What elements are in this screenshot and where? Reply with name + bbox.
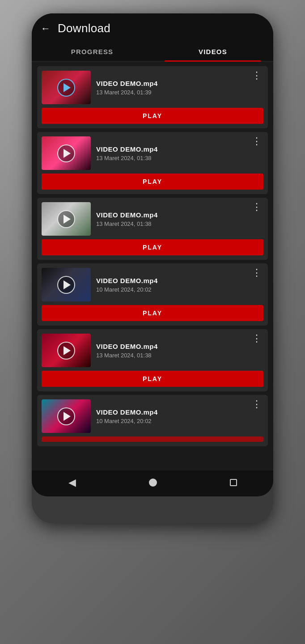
video-info: VIDEO DEMO.mp4 13 Maret 2024, 01:38	[96, 211, 245, 227]
phone-screen: ← Download PROGRESS VIDEOS VIDEO DEMO.m	[32, 13, 273, 496]
play-circle-icon	[57, 342, 75, 360]
more-options-icon[interactable]: ⋮	[250, 268, 263, 278]
video-title: VIDEO DEMO.mp4	[96, 145, 245, 153]
tab-progress[interactable]: PROGRESS	[32, 42, 152, 61]
video-card-top: VIDEO DEMO.mp4 13 Maret 2024, 01:38 ⋮	[37, 329, 268, 371]
phone-device: ← Download PROGRESS VIDEOS VIDEO DEMO.m	[32, 13, 273, 523]
list-item: VIDEO DEMO.mp4 13 Maret 2024, 01:38 ⋮ PL…	[37, 132, 268, 194]
video-list: VIDEO DEMO.mp4 13 Maret 2024, 01:39 ⋮ PL…	[32, 62, 273, 470]
play-button[interactable]: PLAY	[42, 239, 263, 255]
play-button[interactable]: PLAY	[42, 174, 263, 190]
video-info: VIDEO DEMO.mp4 10 Maret 2024, 20:02	[96, 408, 245, 424]
thumbnail	[42, 136, 91, 170]
thumbnail	[42, 399, 91, 433]
play-triangle-icon	[64, 83, 71, 92]
top-bar: ← Download	[32, 13, 273, 42]
thumbnail	[42, 334, 91, 367]
play-triangle-icon	[64, 412, 71, 421]
video-date: 10 Maret 2024, 20:02	[96, 286, 245, 293]
video-date: 10 Maret 2024, 20:02	[96, 418, 245, 424]
list-item: VIDEO DEMO.mp4 13 Maret 2024, 01:39 ⋮ PL…	[37, 66, 268, 128]
video-date: 13 Maret 2024, 01:39	[96, 89, 245, 96]
play-circle-icon	[57, 79, 75, 97]
video-card-top: VIDEO DEMO.mp4 13 Maret 2024, 01:38 ⋮	[37, 198, 268, 239]
play-button[interactable]: PLAY	[42, 108, 263, 124]
video-title: VIDEO DEMO.mp4	[96, 343, 245, 350]
more-options-icon[interactable]: ⋮	[250, 334, 263, 343]
video-title: VIDEO DEMO.mp4	[96, 277, 245, 284]
tab-videos[interactable]: VIDEOS	[152, 42, 273, 61]
video-title: VIDEO DEMO.mp4	[96, 80, 245, 87]
video-card-top: VIDEO DEMO.mp4 13 Maret 2024, 01:38 ⋮	[37, 132, 268, 174]
play-button[interactable]: PLAY	[42, 305, 263, 321]
video-info: VIDEO DEMO.mp4 13 Maret 2024, 01:38	[96, 145, 245, 161]
video-info: VIDEO DEMO.mp4 10 Maret 2024, 20:02	[96, 277, 245, 293]
play-triangle-icon	[64, 149, 71, 158]
nav-back-icon[interactable]: ◀	[68, 477, 76, 488]
play-triangle-icon	[64, 346, 71, 355]
video-date: 13 Maret 2024, 01:38	[96, 220, 245, 227]
video-date: 13 Maret 2024, 01:38	[96, 155, 245, 161]
video-title: VIDEO DEMO.mp4	[96, 408, 245, 416]
video-info: VIDEO DEMO.mp4 13 Maret 2024, 01:39	[96, 80, 245, 96]
list-item: VIDEO DEMO.mp4 10 Maret 2024, 20:02 ⋮	[37, 395, 268, 446]
video-card-top: VIDEO DEMO.mp4 10 Maret 2024, 20:02 ⋮	[37, 263, 268, 305]
play-circle-icon	[57, 407, 75, 425]
more-options-icon[interactable]: ⋮	[250, 399, 263, 409]
play-button[interactable]: PLAY	[42, 371, 263, 387]
play-circle-icon	[57, 210, 75, 228]
tabs-bar: PROGRESS VIDEOS	[32, 42, 273, 62]
play-triangle-icon	[64, 280, 71, 289]
page-title: Download	[58, 21, 110, 35]
video-card-top: VIDEO DEMO.mp4 10 Maret 2024, 20:02 ⋮	[37, 395, 268, 436]
video-card-top: VIDEO DEMO.mp4 13 Maret 2024, 01:39 ⋮	[37, 66, 268, 108]
more-options-icon[interactable]: ⋮	[250, 202, 263, 212]
nav-recents-icon[interactable]	[230, 479, 237, 486]
thumbnail	[42, 202, 91, 236]
list-item: VIDEO DEMO.mp4 10 Maret 2024, 20:02 ⋮ PL…	[37, 263, 268, 326]
thumbnail	[42, 268, 91, 301]
list-item: VIDEO DEMO.mp4 13 Maret 2024, 01:38 ⋮ PL…	[37, 329, 268, 391]
play-triangle-icon	[64, 215, 71, 224]
list-item: VIDEO DEMO.mp4 13 Maret 2024, 01:38 ⋮ PL…	[37, 198, 268, 260]
more-options-icon[interactable]: ⋮	[250, 71, 263, 80]
more-options-icon[interactable]: ⋮	[250, 136, 263, 146]
nav-home-icon[interactable]	[149, 479, 157, 487]
back-button[interactable]: ←	[41, 23, 51, 34]
thumbnail	[42, 71, 91, 104]
play-circle-icon	[57, 144, 75, 162]
video-title: VIDEO DEMO.mp4	[96, 211, 245, 219]
video-date: 13 Maret 2024, 01:38	[96, 352, 245, 359]
nav-bar: ◀	[32, 470, 273, 496]
play-circle-icon	[57, 276, 75, 294]
video-info: VIDEO DEMO.mp4 13 Maret 2024, 01:38	[96, 343, 245, 359]
